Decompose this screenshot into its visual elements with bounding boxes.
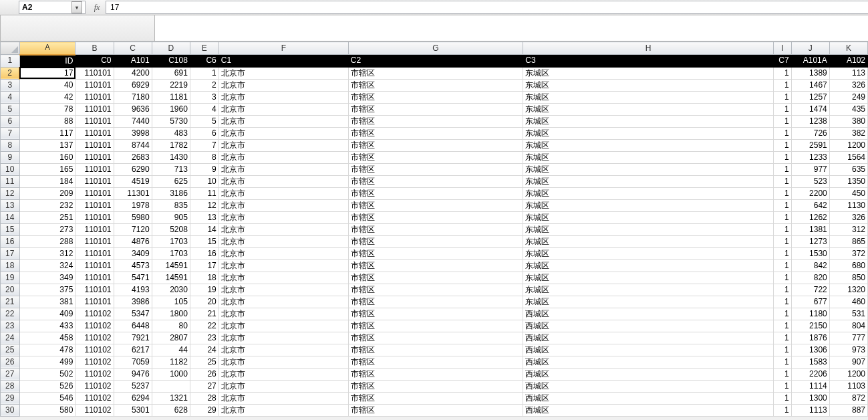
cell[interactable]: 635 <box>829 163 867 175</box>
cell[interactable]: 722 <box>791 284 829 296</box>
row-header[interactable]: 1 <box>1 55 20 68</box>
cell[interactable]: 东城区 <box>523 199 774 211</box>
cell[interactable]: 680 <box>829 259 867 272</box>
row-header[interactable]: 29 <box>1 392 20 404</box>
cell[interactable]: 东城区 <box>523 127 774 139</box>
cell[interactable]: 西城区 <box>523 380 774 392</box>
cell[interactable]: 88 <box>19 115 76 127</box>
cell[interactable]: 市辖区 <box>348 259 523 272</box>
row-header[interactable]: 26 <box>1 356 20 368</box>
column-header[interactable]: C <box>114 42 152 55</box>
cell[interactable]: 14591 <box>152 272 190 284</box>
cell[interactable]: 北京市 <box>219 211 348 223</box>
row-header[interactable]: 22 <box>1 308 20 320</box>
cell[interactable]: 北京市 <box>219 235 348 247</box>
cell[interactable]: 市辖区 <box>348 247 523 259</box>
cell[interactable]: 5347 <box>114 308 152 320</box>
cell[interactable]: 40 <box>19 79 76 91</box>
cell[interactable]: 2200 <box>791 187 829 199</box>
cell[interactable]: 288 <box>19 235 76 247</box>
fx-icon[interactable]: fx <box>91 2 103 13</box>
cell[interactable]: 110101 <box>76 199 114 211</box>
cell[interactable]: 110101 <box>76 67 114 79</box>
cell[interactable]: 1 <box>774 368 792 380</box>
cell[interactable]: 1350 <box>829 175 867 187</box>
cell[interactable]: 东城区 <box>523 211 774 223</box>
cell[interactable]: 东城区 <box>523 223 774 235</box>
cell[interactable]: 1238 <box>791 115 829 127</box>
cell[interactable]: 1564 <box>829 151 867 163</box>
cell[interactable]: 110102 <box>76 392 114 404</box>
cell[interactable]: 3998 <box>114 127 152 139</box>
row-header[interactable]: 8 <box>1 139 20 151</box>
cell[interactable]: 7921 <box>114 332 152 344</box>
cell[interactable]: 1181 <box>152 91 190 103</box>
cell[interactable]: 1 <box>774 115 792 127</box>
row-header[interactable]: 10 <box>1 163 20 175</box>
cell[interactable]: 5730 <box>152 115 190 127</box>
cell[interactable]: 东城区 <box>523 284 774 296</box>
cell[interactable]: 209 <box>19 187 76 199</box>
cell[interactable]: 184 <box>19 175 76 187</box>
cell[interactable]: 7180 <box>114 91 152 103</box>
row-header[interactable]: 17 <box>1 247 20 259</box>
cell[interactable]: 324 <box>19 259 76 272</box>
cell[interactable]: 1321 <box>152 392 190 404</box>
row-header[interactable]: 11 <box>1 175 20 187</box>
row-header[interactable]: 19 <box>1 272 20 284</box>
cell[interactable]: 1114 <box>791 380 829 392</box>
cell[interactable]: 市辖区 <box>348 356 523 368</box>
cell[interactable]: 312 <box>829 223 867 235</box>
cell[interactable]: 2206 <box>791 368 829 380</box>
cell[interactable]: 110101 <box>76 247 114 259</box>
cell[interactable]: 499 <box>19 356 76 368</box>
cell[interactable]: 326 <box>829 211 867 223</box>
row-header[interactable]: 23 <box>1 320 20 332</box>
spreadsheet-grid[interactable]: ABCDEFGHIJK1IDC0A101C108C6C1C2C3C7A101AA… <box>0 41 868 417</box>
cell[interactable]: 28 <box>190 392 219 404</box>
cell[interactable]: 380 <box>829 115 867 127</box>
row-header[interactable]: 4 <box>1 91 20 103</box>
cell[interactable]: 42 <box>19 91 76 103</box>
cell[interactable]: 458 <box>19 332 76 344</box>
cell[interactable]: 市辖区 <box>348 284 523 296</box>
cell[interactable]: 460 <box>829 296 867 308</box>
cell[interactable]: 市辖区 <box>348 199 523 211</box>
cell[interactable]: 16 <box>190 247 219 259</box>
cell[interactable]: 市辖区 <box>348 392 523 404</box>
cell[interactable]: 北京市 <box>219 344 348 356</box>
cell[interactable]: 80 <box>152 320 190 332</box>
cell[interactable]: 18 <box>190 272 219 284</box>
cell[interactable]: 546 <box>19 392 76 404</box>
column-header[interactable]: A <box>19 42 76 55</box>
field-header-cell[interactable]: C2 <box>348 55 523 68</box>
row-header[interactable]: 30 <box>1 404 20 416</box>
cell[interactable]: 北京市 <box>219 223 348 235</box>
field-header-cell[interactable]: C108 <box>152 55 190 68</box>
cell[interactable]: 北京市 <box>219 115 348 127</box>
cell[interactable]: 北京市 <box>219 308 348 320</box>
cell[interactable]: 8744 <box>114 139 152 151</box>
cell[interactable]: 1 <box>774 296 792 308</box>
cell[interactable]: 375 <box>19 284 76 296</box>
cell[interactable]: 531 <box>829 308 867 320</box>
cell[interactable]: 777 <box>829 332 867 344</box>
cell[interactable]: 1530 <box>791 247 829 259</box>
cell[interactable]: 市辖区 <box>348 272 523 284</box>
cell[interactable]: 349 <box>19 272 76 284</box>
cell[interactable]: 4193 <box>114 284 152 296</box>
cell[interactable]: 110101 <box>76 139 114 151</box>
cell[interactable]: 113 <box>829 67 867 79</box>
cell[interactable]: 1 <box>774 163 792 175</box>
cell[interactable]: 1782 <box>152 139 190 151</box>
cell[interactable]: 市辖区 <box>348 91 523 103</box>
cell[interactable]: 1 <box>774 332 792 344</box>
row-header[interactable]: 28 <box>1 380 20 392</box>
cell[interactable]: 北京市 <box>219 332 348 344</box>
cell[interactable]: 1273 <box>791 235 829 247</box>
cell[interactable]: 4876 <box>114 235 152 247</box>
cell[interactable]: 110102 <box>76 320 114 332</box>
cell[interactable]: 165 <box>19 163 76 175</box>
cell[interactable]: 北京市 <box>219 175 348 187</box>
cell[interactable]: 东城区 <box>523 272 774 284</box>
